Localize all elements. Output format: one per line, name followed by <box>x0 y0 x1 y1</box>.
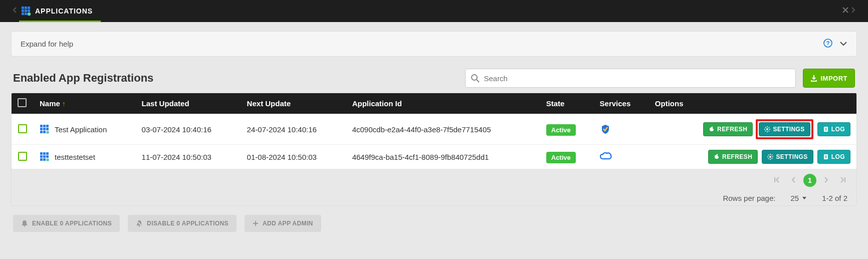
col-app-id[interactable]: Application Id <box>346 93 540 114</box>
refresh-icon <box>709 126 715 132</box>
svg-rect-2 <box>28 7 30 9</box>
row-app-id: 4c090cdb-e2a4-44f0-a3e8-7f5de7715405 <box>346 114 540 145</box>
svg-rect-5 <box>28 10 30 12</box>
settings-highlight: SETTINGS <box>756 119 813 139</box>
svg-rect-14 <box>43 125 46 127</box>
chevron-down-icon[interactable] <box>839 40 847 48</box>
section-title: Enabled App Registrations <box>13 72 153 85</box>
svg-point-21 <box>46 131 49 134</box>
settings-button[interactable]: SETTINGS <box>762 150 813 164</box>
svg-rect-16 <box>40 128 43 130</box>
svg-text:?: ? <box>826 40 830 46</box>
sort-asc-icon: ↑ <box>62 100 66 108</box>
svg-line-30 <box>769 127 770 128</box>
svg-rect-1 <box>25 7 27 9</box>
plus-icon <box>253 220 259 226</box>
document-icon <box>823 126 829 132</box>
enable-apps-button[interactable]: ENABLE 0 APPLICATIONS <box>13 215 120 232</box>
help-icon[interactable]: ? <box>823 39 832 49</box>
svg-rect-13 <box>40 125 43 127</box>
import-label: IMPORT <box>820 75 847 82</box>
refresh-icon <box>714 154 720 160</box>
refresh-button[interactable]: REFRESH <box>708 150 758 164</box>
col-next-update[interactable]: Next Update <box>241 93 346 114</box>
svg-rect-38 <box>40 155 43 158</box>
rows-per-page-select[interactable]: 25 <box>790 194 807 202</box>
page-current[interactable]: 1 <box>803 174 816 187</box>
page-prev-icon[interactable] <box>787 174 799 187</box>
svg-point-57 <box>24 225 25 226</box>
row-name: testtestetset <box>55 153 95 161</box>
bell-off-icon <box>136 220 143 227</box>
app-icon <box>40 152 50 162</box>
svg-point-44 <box>769 156 771 158</box>
row-last-updated: 03-07-2024 10:40:16 <box>136 114 241 145</box>
search-box[interactable] <box>465 69 796 88</box>
gear-icon <box>764 126 770 132</box>
search-input[interactable] <box>484 74 790 83</box>
log-button[interactable]: LOG <box>817 150 850 164</box>
svg-rect-19 <box>40 131 43 133</box>
tab-label: APPLICATIONS <box>35 7 93 15</box>
help-text: Expand for help <box>21 40 73 48</box>
svg-line-12 <box>477 80 479 82</box>
svg-line-29 <box>765 131 766 132</box>
svg-rect-37 <box>46 152 49 155</box>
svg-rect-42 <box>43 158 46 161</box>
tab-nav-left-icon[interactable] <box>10 7 19 16</box>
svg-point-8 <box>28 13 31 16</box>
page-last-icon[interactable] <box>836 174 849 187</box>
log-button[interactable]: LOG <box>817 122 850 136</box>
page-next-icon[interactable] <box>820 174 832 187</box>
col-options: Options <box>649 93 856 114</box>
row-checkbox[interactable] <box>18 152 27 161</box>
topbar: APPLICATIONS <box>0 0 868 22</box>
defender-icon <box>600 124 643 135</box>
page-first-icon[interactable] <box>770 174 783 187</box>
cloud-icon <box>600 152 643 162</box>
tab-nav-right-icon[interactable] <box>849 7 858 16</box>
pagination-range: 1-2 of 2 <box>822 194 847 202</box>
svg-point-58 <box>139 225 140 226</box>
settings-button[interactable]: SETTINGS <box>759 122 810 136</box>
svg-rect-35 <box>40 152 43 155</box>
select-all-checkbox[interactable] <box>18 98 27 107</box>
svg-line-51 <box>768 158 769 159</box>
refresh-button[interactable]: REFRESH <box>703 122 753 136</box>
svg-rect-17 <box>43 128 46 130</box>
gear-icon <box>767 154 773 160</box>
tab-close-icon[interactable] <box>842 7 849 16</box>
row-checkbox[interactable] <box>18 124 27 133</box>
svg-rect-0 <box>22 7 24 9</box>
col-name[interactable]: Name↑ <box>34 93 136 114</box>
col-state[interactable]: State <box>540 93 594 114</box>
document-icon <box>823 154 829 160</box>
row-app-id: 4649f9ca-ba15-4cf1-8089-9fb840725dd1 <box>346 145 540 169</box>
svg-rect-36 <box>43 152 46 155</box>
add-app-admin-button[interactable]: ADD APP ADMIN <box>245 215 321 232</box>
state-badge: Active <box>546 152 576 163</box>
svg-rect-18 <box>46 128 49 130</box>
svg-line-27 <box>765 127 766 128</box>
tab-applications[interactable]: APPLICATIONS <box>19 0 101 22</box>
col-last-updated[interactable]: Last Updated <box>136 93 241 114</box>
disable-apps-button[interactable]: DISABLE 0 APPLICATIONS <box>128 215 237 232</box>
row-next-update: 24-07-2024 10:40:16 <box>241 114 346 145</box>
row-next-update: 01-08-2024 10:50:03 <box>241 145 346 169</box>
registrations-table: Name↑ Last Updated Next Update Applicati… <box>11 93 857 206</box>
row-name: Test Application <box>55 125 107 134</box>
import-icon <box>810 75 817 82</box>
svg-rect-39 <box>43 155 46 158</box>
svg-rect-6 <box>22 13 24 15</box>
svg-rect-15 <box>46 125 49 127</box>
help-expand-panel[interactable]: Expand for help ? <box>11 31 857 57</box>
state-badge: Active <box>546 124 576 136</box>
applications-tab-icon <box>21 6 31 16</box>
row-last-updated: 11-07-2024 10:50:03 <box>136 145 241 169</box>
table-row: Test Application 03-07-2024 10:40:16 24-… <box>12 114 856 145</box>
svg-rect-20 <box>43 131 46 133</box>
svg-line-50 <box>772 158 773 159</box>
svg-rect-3 <box>22 10 24 12</box>
col-services[interactable]: Services <box>594 93 649 114</box>
import-button[interactable]: IMPORT <box>803 69 855 88</box>
